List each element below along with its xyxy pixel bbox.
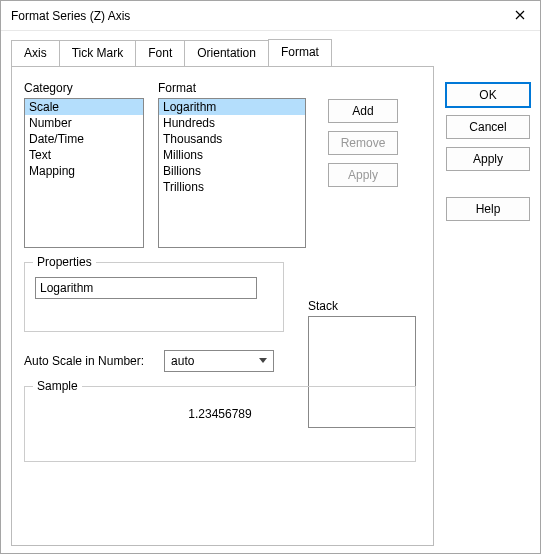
list-item[interactable]: Millions xyxy=(159,147,305,163)
properties-group: Properties xyxy=(24,262,284,332)
tab-axis[interactable]: Axis xyxy=(11,40,60,67)
autoscale-label: Auto Scale in Number: xyxy=(24,354,144,368)
help-button[interactable]: Help xyxy=(446,197,530,221)
remove-button[interactable]: Remove xyxy=(328,131,398,155)
ok-button[interactable]: OK xyxy=(446,83,530,107)
apply-button[interactable]: Apply xyxy=(446,147,530,171)
list-item[interactable]: Billions xyxy=(159,163,305,179)
chevron-down-icon xyxy=(253,351,273,371)
list-item[interactable]: Date/Time xyxy=(25,131,143,147)
close-button[interactable] xyxy=(500,1,540,31)
list-item[interactable]: Hundreds xyxy=(159,115,305,131)
tab-font[interactable]: Font xyxy=(135,40,185,67)
list-item[interactable]: Thousands xyxy=(159,131,305,147)
list-item[interactable]: Logarithm xyxy=(159,99,305,115)
list-item[interactable]: Text xyxy=(25,147,143,163)
category-label: Category xyxy=(24,81,144,95)
tab-tick-mark[interactable]: Tick Mark xyxy=(59,40,137,67)
tab-strip: Axis Tick Mark Font Orientation Format xyxy=(11,39,434,66)
add-button[interactable]: Add xyxy=(328,99,398,123)
list-item[interactable]: Scale xyxy=(25,99,143,115)
sample-value: 1.23456789 xyxy=(188,407,251,421)
list-item[interactable]: Number xyxy=(25,115,143,131)
list-item[interactable]: Mapping xyxy=(25,163,143,179)
window-title: Format Series (Z) Axis xyxy=(11,9,130,23)
category-listbox[interactable]: Scale Number Date/Time Text Mapping xyxy=(24,98,144,248)
properties-input[interactable] xyxy=(35,277,257,299)
titlebar: Format Series (Z) Axis xyxy=(1,1,540,31)
properties-legend: Properties xyxy=(33,255,96,269)
stack-label: Stack xyxy=(308,299,416,313)
sample-legend: Sample xyxy=(33,379,82,393)
list-item[interactable]: Trillions xyxy=(159,179,305,195)
format-label: Format xyxy=(158,81,306,95)
apply-format-button[interactable]: Apply xyxy=(328,163,398,187)
tab-format[interactable]: Format xyxy=(268,39,332,66)
close-icon xyxy=(515,9,525,23)
autoscale-combo[interactable]: auto xyxy=(164,350,274,372)
sample-group: Sample 1.23456789 xyxy=(24,386,416,462)
autoscale-value: auto xyxy=(171,354,194,368)
cancel-button[interactable]: Cancel xyxy=(446,115,530,139)
format-listbox[interactable]: Logarithm Hundreds Thousands Millions Bi… xyxy=(158,98,306,248)
tab-orientation[interactable]: Orientation xyxy=(184,40,269,67)
tab-panel-format: Category Scale Number Date/Time Text Map… xyxy=(11,66,434,546)
dialog-window: Format Series (Z) Axis Axis Tick Mark Fo… xyxy=(0,0,541,554)
